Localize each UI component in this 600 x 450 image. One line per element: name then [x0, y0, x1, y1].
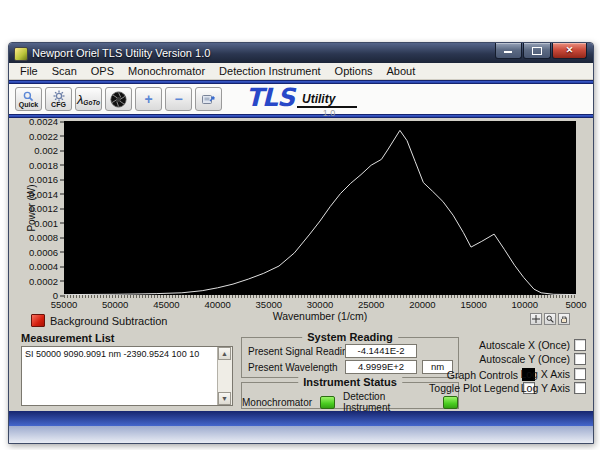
logo-title: TLS [246, 85, 294, 111]
measurement-list-item[interactable]: SI 50000 9090.9091 nm -2390.9524 100 10 [23, 348, 217, 360]
hand-icon [560, 315, 568, 323]
scroll-down-button[interactable]: ▼ [218, 392, 231, 405]
log-x-axis-label: Log X Axis [520, 368, 570, 380]
instrument-status-title: Instrument Status [298, 376, 402, 388]
title-bar[interactable]: Newport Oriel TLS Utility Version 1.0 ✕ [9, 43, 593, 63]
present-signal-reading-value: -4.1441E-2 [345, 344, 417, 358]
measurement-list-title: Measurement List [21, 332, 115, 344]
shutter-button[interactable] [105, 87, 132, 111]
log-y-axis-checkbox[interactable] [574, 382, 586, 394]
scrollbar[interactable]: ▲ ▼ [217, 347, 232, 405]
x-tick-label: 40000 [204, 299, 230, 310]
y-tick-label: 0.001 [34, 217, 64, 228]
x-axis-tick-marks [64, 295, 576, 298]
log-x-axis-checkbox[interactable] [574, 368, 586, 380]
y-tick-label: 0.0004 [29, 261, 64, 272]
menu-item-options[interactable]: Options [328, 63, 380, 79]
goto-label: GoTo [83, 99, 100, 106]
autoscale-y-label: Autoscale Y (Once) [479, 353, 570, 365]
quick-scan-button[interactable]: Quick [15, 87, 42, 111]
toolbar: Quick CFG λ GoTo + − TLS Utility [9, 84, 593, 114]
scroll-up-button[interactable]: ▲ [218, 347, 231, 360]
menu-item-about[interactable]: About [380, 63, 423, 79]
instrument-status-group: Instrument Status Monochromator Detectio… [241, 382, 459, 409]
maximize-icon [532, 47, 542, 55]
present-wavelength-label: Present Wavelength [248, 362, 338, 373]
y-axis-label: Power (W) [26, 184, 37, 231]
logo-subtitle: Utility [297, 93, 357, 108]
y-axis: 0.00240.00220.0020.00180.00160.00140.001… [9, 121, 64, 295]
y-tick-label: 0.002 [34, 145, 64, 156]
menu-item-scan[interactable]: Scan [45, 63, 84, 79]
close-icon: ✕ [553, 43, 586, 57]
autoscale-x-label: Autoscale X (Once) [479, 339, 570, 351]
toggle-plot-legend-label: Toggle Plot Legend [429, 382, 519, 394]
cfg-label: CFG [51, 101, 66, 108]
y-tick-label: 0.0002 [29, 275, 64, 286]
save-icon [201, 92, 216, 106]
save-export-button[interactable] [195, 87, 222, 111]
background-subtraction-label: Background Subtraction [50, 315, 167, 327]
graph-tools [530, 313, 570, 325]
menu-item-detection-instrument[interactable]: Detection Instrument [212, 63, 328, 79]
cursor-tool-button[interactable] [530, 313, 542, 325]
y-tick-label: 0.0022 [29, 130, 64, 141]
measurement-listbox[interactable]: SI 50000 9090.9091 nm -2390.9524 100 10 … [21, 346, 233, 406]
minimize-button[interactable] [495, 43, 522, 59]
x-axis-label: Wavenumber (1/cm) [273, 310, 368, 322]
y-tick-label: 0.0008 [29, 232, 64, 243]
x-tick-label: 50000 [102, 299, 128, 310]
zoom-in-button[interactable]: + [135, 87, 162, 111]
measurement-list-rows: SI 50000 9090.9091 nm -2390.9524 100 10 [23, 348, 217, 404]
main-panel: 0.00240.00220.0020.00180.00160.00140.001… [9, 118, 593, 411]
app-window: Newport Oriel TLS Utility Version 1.0 ✕ … [8, 42, 594, 444]
x-tick-label: 45000 [153, 299, 179, 310]
menu-item-ops[interactable]: OPS [84, 63, 121, 79]
zoom-magnifier-icon [546, 315, 554, 323]
autoscale-y-checkbox[interactable] [574, 353, 586, 365]
zoom-tool-button[interactable] [544, 313, 556, 325]
bottom-band-dark [9, 411, 593, 426]
menu-bar: FileScanOPSMonochromatorDetection Instru… [9, 63, 593, 80]
detection-instrument-label: Detection Instrument [343, 391, 435, 413]
config-button[interactable]: CFG [45, 87, 72, 111]
autoscale-x-checkbox[interactable] [574, 339, 586, 351]
x-tick-label: 10000 [512, 299, 538, 310]
x-axis: 5500050000450004000035000300002500020000… [64, 299, 576, 310]
y-tick-label: 0.0006 [29, 246, 64, 257]
pan-tool-button[interactable] [558, 313, 570, 325]
x-tick-label: 30000 [307, 299, 333, 310]
chart-plot-area[interactable] [64, 121, 576, 295]
system-reading-group: System Reading Present Signal Reading -4… [241, 337, 459, 378]
window-title: Newport Oriel TLS Utility Version 1.0 [32, 43, 210, 63]
tls-utility-logo: TLS Utility 1.0 [246, 85, 357, 118]
y-tick-label: 0.0018 [29, 159, 64, 170]
minus-icon: − [174, 92, 182, 106]
minimize-icon [504, 51, 512, 53]
menu-item-file[interactable]: File [13, 63, 45, 79]
menu-item-monochromator[interactable]: Monochromator [121, 63, 212, 79]
maximize-button[interactable] [523, 43, 551, 59]
graph-options: Autoscale X (Once) Autoscale Y (Once) Gr… [437, 339, 586, 399]
window-controls: ✕ [494, 43, 587, 59]
x-tick-label: 55000 [51, 299, 77, 310]
y-tick-label: 0.0016 [29, 174, 64, 185]
zoom-out-button[interactable]: − [165, 87, 192, 111]
background-subtraction-button[interactable] [31, 314, 45, 327]
log-y-axis-label: Log Y Axis [521, 382, 570, 394]
present-signal-reading-label: Present Signal Reading [248, 346, 353, 357]
goto-wavelength-button[interactable]: λ GoTo [75, 87, 102, 111]
monochromator-label: Monochromator [242, 397, 312, 408]
close-button[interactable]: ✕ [552, 43, 587, 59]
x-tick-label: 20000 [409, 299, 435, 310]
power-spectrum-chart [64, 121, 576, 295]
present-wavelength-value: 4.9999E+2 [345, 360, 417, 374]
graph-controls-label: Graph Controls [447, 369, 518, 381]
crosshair-icon [532, 315, 540, 323]
x-tick-label: 25000 [358, 299, 384, 310]
quick-label: Quick [19, 101, 38, 108]
plus-icon: + [144, 92, 152, 106]
logo-version: 1.0 [297, 108, 357, 118]
app-icon [14, 47, 28, 61]
x-tick-label: 35000 [256, 299, 282, 310]
